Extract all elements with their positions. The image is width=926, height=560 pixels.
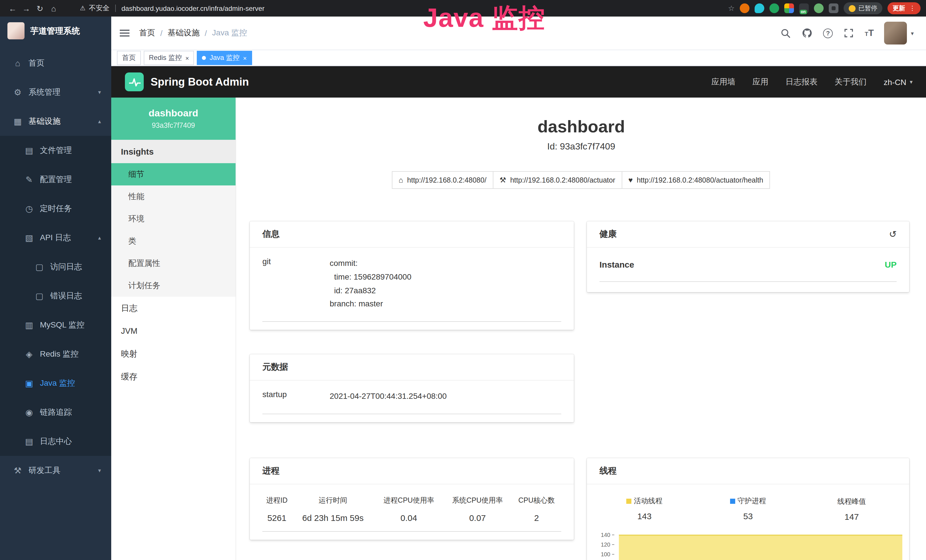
active-dot <box>202 56 206 60</box>
tab-home[interactable]: 首页 <box>117 51 141 65</box>
bookmark-star-icon[interactable]: ☆ <box>728 4 735 12</box>
sidebar-item-file-management[interactable]: ▤ 文件管理 <box>0 136 111 165</box>
sba-sidebar-item-classes[interactable]: 类 <box>111 230 236 252</box>
paused-badge[interactable]: 已暂停 <box>844 2 882 14</box>
app-sidebar: 芋道管理系统 ⌂ 首页 ⚙ 系统管理 ▾ ▦ 基础设施 ▴ ▤ 文件管理 ✎ <box>0 17 111 560</box>
reload-icon[interactable]: ↻ <box>33 4 47 13</box>
metadata-row-startup: startup 2021-04-27T00:44:31.254+08:00 <box>262 381 561 414</box>
extensions-puzzle-icon[interactable] <box>829 3 838 13</box>
instance-links: ⌂ http://192.168.0.2:48080/ ⚒ http://192… <box>236 171 926 189</box>
sidebar-item-scheduled-tasks[interactable]: ◷ 定时任务 <box>0 194 111 223</box>
sidebar-item-infrastructure[interactable]: ▦ 基础设施 ▴ <box>0 107 111 136</box>
sba-nav-applications[interactable]: 应用 <box>753 77 769 87</box>
sba-sidebar-item-details[interactable]: 细节 <box>111 163 236 185</box>
back-icon[interactable]: ← <box>6 4 20 13</box>
sba-sidebar-section-jvm[interactable]: JVM <box>111 319 236 342</box>
sba-nav-about[interactable]: 关于我们 <box>835 77 867 87</box>
sidebar-item-link-tracing[interactable]: ◉ 链路追踪 <box>0 398 111 427</box>
github-icon[interactable] <box>801 27 813 39</box>
sidebar-item-config-management[interactable]: ✎ 配置管理 <box>0 165 111 194</box>
chevron-up-icon: ▴ <box>98 118 101 124</box>
url-text[interactable]: dashboard.yudao.iocoder.cn/infra/admin-s… <box>121 4 265 12</box>
hamburger-icon[interactable] <box>120 28 130 38</box>
actuator-url-link[interactable]: ⚒ http://192.168.0.2:48080/actuator <box>493 171 622 189</box>
breadcrumb: 首页 / 基础设施 / Java 监控 <box>139 28 247 38</box>
doc-icon: ▢ <box>33 291 46 301</box>
sidebar-item-java-monitor[interactable]: ▣ Java 监控 <box>0 369 111 398</box>
help-icon[interactable]: ? <box>823 28 833 38</box>
user-avatar[interactable] <box>884 22 907 44</box>
sidebar-item-label: 基础设施 <box>29 116 61 126</box>
sidebar-item-mysql-monitor[interactable]: ▥ MySQL 监控 <box>0 310 111 339</box>
sba-nav-wallboard[interactable]: 应用墙 <box>711 77 735 87</box>
language-selector[interactable]: zh-CN ▾ <box>884 77 912 86</box>
legend-label: 守护进程 <box>737 496 766 506</box>
sba-sidebar-section-caches[interactable]: 缓存 <box>111 365 236 388</box>
legend-active-threads: 活动线程 143 <box>593 496 696 522</box>
sba-sidebar-item-environment[interactable]: 环境 <box>111 208 236 230</box>
extension-icon-5[interactable]: on <box>799 3 809 13</box>
sba-sidebar-item-config-props[interactable]: 配置属性 <box>111 252 236 274</box>
log-center-icon: ▤ <box>22 436 36 446</box>
sidebar-item-access-logs[interactable]: ▢ 访问日志 <box>0 252 111 281</box>
caret-down-icon: ▾ <box>911 30 914 36</box>
sba-sidebar-item-metrics[interactable]: 性能 <box>111 185 236 208</box>
home-icon[interactable]: ⌂ <box>47 4 61 13</box>
extension-icon-2[interactable] <box>755 3 764 13</box>
sidebar-item-label: 配置管理 <box>40 174 72 185</box>
sidebar-item-system-management[interactable]: ⚙ 系统管理 ▾ <box>0 77 111 107</box>
sba-sidebar-insights-header[interactable]: Insights <box>111 140 236 163</box>
sba-sidebar-section-logging[interactable]: 日志 <box>111 297 236 319</box>
font-size-icon[interactable]: TT <box>865 28 874 38</box>
security-label[interactable]: 不安全 <box>89 3 109 13</box>
extension-icon-1[interactable] <box>740 3 749 13</box>
health-card-title: 健康 <box>599 229 617 240</box>
extension-icon-3[interactable] <box>769 3 779 13</box>
sba-nav-journal[interactable]: 日志报表 <box>786 77 818 87</box>
kebab-menu-icon[interactable]: ⋮ <box>909 5 915 12</box>
health-url-link[interactable]: ♥ http://192.168.0.2:48080/actuator/heal… <box>622 171 770 189</box>
tab-java-monitor[interactable]: Java 监控 × <box>197 51 252 65</box>
fullscreen-icon[interactable] <box>843 27 855 39</box>
val-pid: 5261 <box>262 508 292 531</box>
sidebar-item-log-center[interactable]: ▤ 日志中心 <box>0 427 111 456</box>
sba-sidebar-section-mappings[interactable]: 映射 <box>111 342 236 365</box>
sba-brand-title[interactable]: Spring Boot Admin <box>151 76 249 88</box>
service-url-link[interactable]: ⌂ http://192.168.0.2:48080/ <box>392 171 493 189</box>
sidebar-item-label: 定时任务 <box>40 203 72 214</box>
extension-icon-4[interactable] <box>784 3 794 13</box>
sba-sidebar-item-scheduled-tasks[interactable]: 计划任务 <box>111 274 236 297</box>
close-icon[interactable]: × <box>243 54 247 61</box>
metadata-card: 元数据 startup 2021-04-27T00:44:31.254+08:0… <box>250 354 574 422</box>
tab-redis-monitor[interactable]: Redis 监控 × <box>144 51 194 65</box>
search-icon[interactable] <box>780 27 791 39</box>
app-logo[interactable]: 芋道管理系统 <box>0 17 111 45</box>
forward-icon[interactable]: → <box>20 4 33 13</box>
legend-peak-threads: 线程峰值 147 <box>800 496 903 522</box>
breadcrumb-infrastructure[interactable]: 基础设施 <box>168 28 200 38</box>
tab-label: Redis 监控 <box>149 53 182 63</box>
sidebar-item-api-logs[interactable]: ▧ API 日志 ▴ <box>0 223 111 252</box>
sidebar-item-home[interactable]: ⌂ 首页 <box>0 48 111 77</box>
close-icon[interactable]: × <box>185 54 189 61</box>
sidebar-item-redis-monitor[interactable]: ◈ Redis 监控 <box>0 339 111 369</box>
sidebar-item-error-logs[interactable]: ▢ 错误日志 <box>0 281 111 310</box>
legend-label: 线程峰值 <box>837 497 866 507</box>
history-icon[interactable]: ↺ <box>889 229 897 240</box>
breadcrumb-separator: / <box>160 29 163 38</box>
sidebar-item-dev-tools[interactable]: ⚒ 研发工具 ▾ <box>0 456 111 485</box>
health-instance-row[interactable]: Instance UP <box>599 248 897 282</box>
user-menu[interactable]: ▾ <box>884 22 914 44</box>
val-uptime: 6d 23h 15m 59s <box>292 508 374 531</box>
sidebar-item-label: 文件管理 <box>40 145 72 156</box>
extension-icon-6[interactable] <box>814 3 824 13</box>
sidebar-item-label: 链路追踪 <box>40 407 72 417</box>
sba-logo-icon[interactable] <box>125 73 144 91</box>
instance-id: 93a3fc7f7409 <box>152 121 195 130</box>
health-url-text: http://192.168.0.2:48080/actuator/health <box>637 176 763 184</box>
update-button[interactable]: 更新 ⋮ <box>888 2 921 14</box>
breadcrumb-home[interactable]: 首页 <box>139 28 155 38</box>
address-bar[interactable]: ⚠ 不安全 dashboard.yudao.iocoder.cn/infra/a… <box>80 3 264 13</box>
sidebar-item-label: 首页 <box>29 58 44 68</box>
sba-instance-header[interactable]: dashboard 93a3fc7f7409 <box>111 98 236 140</box>
